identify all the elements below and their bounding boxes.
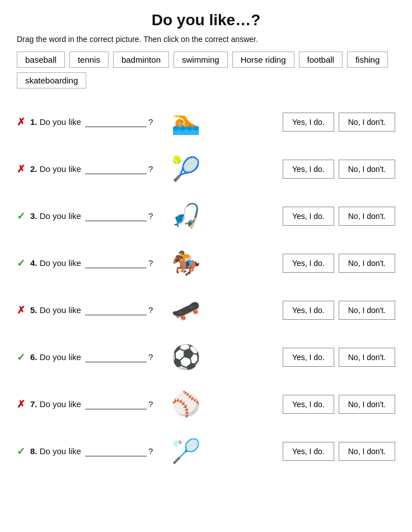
no-button[interactable]: No, I don't. xyxy=(339,395,395,414)
word-card[interactable]: badminton xyxy=(113,52,169,68)
yes-button[interactable]: Yes, I do. xyxy=(283,301,334,320)
sport-image-swimming: 🏊 xyxy=(163,102,208,142)
answer-buttons: Yes, I do.No, I don't. xyxy=(283,348,395,367)
sport-image-badminton: 🏸 xyxy=(163,431,208,472)
yes-button[interactable]: Yes, I do. xyxy=(283,442,334,461)
page-title: Do you like…? xyxy=(17,11,395,29)
question-row: ✓3. Do you like ?🎣Yes, I do.No, I don't. xyxy=(17,193,395,240)
answer-buttons: Yes, I do.No, I don't. xyxy=(283,301,395,320)
question-row: ✓8. Do you like ?🏸Yes, I do.No, I don't. xyxy=(17,428,395,475)
question-row: ✗5. Do you like ?🛹Yes, I do.No, I don't. xyxy=(17,287,395,334)
answer-buttons: Yes, I do.No, I don't. xyxy=(283,395,395,414)
question-text: 3. Do you like ? xyxy=(30,211,153,221)
word-card[interactable]: baseball xyxy=(17,52,65,68)
wrong-icon: ✗ xyxy=(17,116,30,128)
yes-button[interactable]: Yes, I do. xyxy=(283,160,334,179)
correct-icon: ✓ xyxy=(17,257,30,269)
answer-buttons: Yes, I do.No, I don't. xyxy=(283,207,395,226)
word-card[interactable]: swimming xyxy=(174,52,228,68)
question-text: 7. Do you like ? xyxy=(30,399,153,409)
question-row: ✗7. Do you like ?⚾Yes, I do.No, I don't. xyxy=(17,381,395,428)
sport-image-fishing: 🎣 xyxy=(163,196,208,236)
yes-button[interactable]: Yes, I do. xyxy=(283,395,334,414)
word-card[interactable]: skateboarding xyxy=(17,72,86,88)
yes-button[interactable]: Yes, I do. xyxy=(283,348,334,367)
word-card[interactable]: tennis xyxy=(69,52,109,68)
sport-image-horse-riding: 🏇 xyxy=(163,243,208,283)
yes-button[interactable]: Yes, I do. xyxy=(283,113,334,132)
question-text: 8. Do you like ? xyxy=(30,446,153,456)
yes-button[interactable]: Yes, I do. xyxy=(283,254,334,273)
sport-image-football: ⚽ xyxy=(163,337,208,377)
wrong-icon: ✗ xyxy=(17,163,30,175)
question-text: 1. Do you like ? xyxy=(30,117,153,127)
no-button[interactable]: No, I don't. xyxy=(339,160,395,179)
word-bank: baseballtennisbadmintonswimmingHorse rid… xyxy=(17,52,395,88)
question-text: 6. Do you like ? xyxy=(30,352,153,362)
no-button[interactable]: No, I don't. xyxy=(339,207,395,226)
wrong-icon: ✗ xyxy=(17,304,30,316)
word-card[interactable]: football xyxy=(299,52,343,68)
sport-image-tennis: 🎾 xyxy=(163,149,208,189)
yes-button[interactable]: Yes, I do. xyxy=(283,207,334,226)
question-text: 4. Do you like ? xyxy=(30,258,153,268)
instruction-text: Drag the word in the correct picture. Th… xyxy=(17,35,395,44)
no-button[interactable]: No, I don't. xyxy=(339,442,395,461)
question-text: 5. Do you like ? xyxy=(30,305,153,315)
word-card[interactable]: fishing xyxy=(347,52,388,68)
question-text: 2. Do you like ? xyxy=(30,164,153,174)
no-button[interactable]: No, I don't. xyxy=(339,348,395,367)
answer-buttons: Yes, I do.No, I don't. xyxy=(283,113,395,132)
questions-area: ✗1. Do you like ?🏊Yes, I do.No, I don't.… xyxy=(17,99,395,475)
answer-buttons: Yes, I do.No, I don't. xyxy=(283,160,395,179)
answer-buttons: Yes, I do.No, I don't. xyxy=(283,442,395,461)
word-card[interactable]: Horse riding xyxy=(232,52,294,68)
correct-icon: ✓ xyxy=(17,210,30,222)
correct-icon: ✓ xyxy=(17,445,30,458)
wrong-icon: ✗ xyxy=(17,398,30,410)
question-row: ✓4. Do you like ?🏇Yes, I do.No, I don't. xyxy=(17,240,395,287)
no-button[interactable]: No, I don't. xyxy=(339,301,395,320)
correct-icon: ✓ xyxy=(17,351,30,363)
no-button[interactable]: No, I don't. xyxy=(339,254,395,273)
no-button[interactable]: No, I don't. xyxy=(339,113,395,132)
question-row: ✗1. Do you like ?🏊Yes, I do.No, I don't. xyxy=(17,99,395,146)
sport-image-skateboarding: 🛹 xyxy=(163,290,208,330)
question-row: ✗2. Do you like ?🎾Yes, I do.No, I don't. xyxy=(17,146,395,193)
sport-image-baseball: ⚾ xyxy=(163,384,208,424)
answer-buttons: Yes, I do.No, I don't. xyxy=(283,254,395,273)
question-row: ✓6. Do you like ?⚽Yes, I do.No, I don't. xyxy=(17,334,395,381)
